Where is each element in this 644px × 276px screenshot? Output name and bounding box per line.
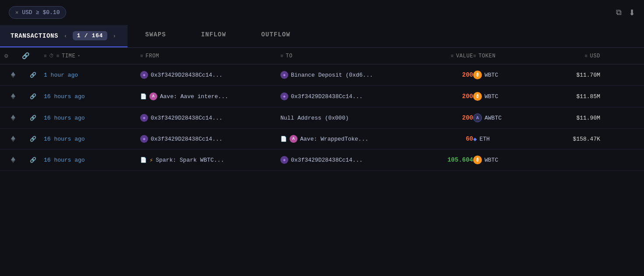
time-label: TIME <box>62 53 75 59</box>
table-row[interactable]: 🔗 16 hours ago 📄 A Aave: Aave intere... … <box>0 86 644 107</box>
link-icon[interactable]: 🔗 <box>22 157 44 163</box>
token-name: AWBTC <box>485 115 502 121</box>
from-aave-icon: A <box>149 92 157 100</box>
from-text: 0x3f3429D28438Cc14... <box>151 115 223 121</box>
to-text: Binance Deposit (0xd6... <box>291 72 373 78</box>
eth-icon <box>4 71 22 78</box>
token-icon-btc: ₿ <box>473 156 482 164</box>
time-cell: 1 hour ago <box>44 72 140 78</box>
token-name: ETH <box>479 136 489 142</box>
token-cell: A AWBTC <box>473 113 543 122</box>
filter-value: $0.10 <box>42 9 60 16</box>
from-cell: 📄 A Aave: Aave intere... <box>140 92 280 100</box>
tab-swaps[interactable]: SWAPS <box>127 25 184 47</box>
col-usd-header[interactable]: ≡ USD <box>543 53 600 59</box>
link-icon[interactable]: 🔗 <box>22 136 44 142</box>
tab-transactions[interactable]: TRANSACTIONS ‹ 1 / 164 › <box>0 25 127 47</box>
to-cell: ◈ Binance Deposit (0xd6... <box>280 71 421 79</box>
from-doc-icon: 📄 <box>140 93 147 100</box>
time-cell: 16 hours ago <box>44 115 140 121</box>
from-spark-icon: ⚡ <box>149 156 153 164</box>
eth-icon <box>4 156 22 163</box>
data-rows: 🔗 1 hour ago ◈ 0x3f3429D28438Cc14... ◈ B… <box>0 64 644 171</box>
token-icon-btc: ₿ <box>473 92 482 101</box>
value-label: VALUE <box>456 53 473 59</box>
to-text: Aave: WrappedToke... <box>300 136 368 142</box>
copy-button[interactable]: ⧉ <box>616 8 622 17</box>
filter-operator: ≥ <box>36 9 39 16</box>
table-row[interactable]: 🔗 1 hour ago ◈ 0x3f3429D28438Cc14... ◈ B… <box>0 64 644 86</box>
link-icon[interactable]: 🔗 <box>22 115 44 121</box>
col-value-header[interactable]: ≡ VALUE <box>421 53 473 59</box>
time-cell: 16 hours ago <box>44 93 140 100</box>
value-cell-green: 105.604 <box>421 156 473 163</box>
value-cell: 200 <box>421 114 473 121</box>
filter-tag[interactable]: ✕ USD ≥ $0.10 <box>9 6 66 19</box>
from-text: 0x3f3429D28438Cc14... <box>151 136 223 142</box>
column-headers: ⚙ 🔗 ≡ ⏱ ≡ TIME ▾ ≡ FROM ≡ TO ≡ VALUE ≡ T… <box>0 48 644 64</box>
table-row[interactable]: 🔗 16 hours ago ◈ 0x3f3429D28438Cc14... 📄… <box>0 129 644 149</box>
value-cell: 200 <box>421 71 473 78</box>
from-doc-icon: 📄 <box>140 157 147 163</box>
to-addr-icon: ◈ <box>280 92 288 100</box>
col-token-header[interactable]: ≡ TOKEN <box>473 53 543 59</box>
value-cell: 60 <box>421 135 473 142</box>
page-indicator: 1 / 164 <box>73 31 108 40</box>
eth-icon <box>4 93 22 100</box>
from-addr-icon: ◈ <box>140 71 148 79</box>
transactions-label: TRANSACTIONS <box>11 32 58 39</box>
time-cell: 16 hours ago <box>44 136 140 142</box>
time-sort-icon[interactable]: ▾ <box>78 53 80 58</box>
token-name: WBTC <box>485 93 498 100</box>
to-cell: ◈ 0x3f3429D28438Cc14... <box>280 156 421 164</box>
link-icon[interactable]: 🔗 <box>22 72 44 78</box>
from-text: Spark: Spark WBTC... <box>156 157 224 163</box>
value-cell: 200 <box>421 93 473 100</box>
close-icon[interactable]: ✕ <box>15 9 18 16</box>
filter-currency: USD <box>22 9 32 16</box>
to-text: 0x3f3429D28438Cc14... <box>291 157 363 163</box>
token-cell: ₿ WBTC <box>473 156 543 164</box>
to-addr-icon: ◈ <box>280 156 288 164</box>
tab-outflow[interactable]: OUTFLOW <box>244 25 308 47</box>
to-text: Null Address (0x000) <box>280 115 349 121</box>
to-cell: ◈ 0x3f3429D28438Cc14... <box>280 92 421 100</box>
tab-inflow[interactable]: INFLOW <box>184 25 244 47</box>
usd-label: USD <box>590 53 600 59</box>
download-button[interactable]: ⬇ <box>629 8 635 18</box>
col-filter-icon[interactable]: ⚙ <box>4 52 22 60</box>
to-text: 0x3f3429D28438Cc14... <box>291 93 363 100</box>
from-cell: 📄 ⚡ Spark: Spark WBTC... <box>140 156 280 164</box>
col-link-icon: 🔗 <box>22 52 44 60</box>
top-actions: ⧉ ⬇ <box>616 8 635 18</box>
token-cell: ◆ ETH <box>473 135 543 143</box>
token-icon-btc: ₿ <box>473 71 482 79</box>
to-cell: Null Address (0x000) <box>280 115 421 121</box>
from-addr-icon: ◈ <box>140 135 148 143</box>
from-label: FROM <box>145 53 159 59</box>
col-from-header[interactable]: ≡ FROM <box>140 53 280 59</box>
usd-cell: $11.90M <box>543 115 600 121</box>
table-row[interactable]: 🔗 16 hours ago 📄 ⚡ Spark: Spark WBTC... … <box>0 149 644 171</box>
from-addr-icon: ◈ <box>140 114 148 122</box>
from-text: 0x3f3429D28438Cc14... <box>151 72 223 78</box>
col-to-header[interactable]: ≡ TO <box>280 53 421 59</box>
token-name: WBTC <box>485 157 498 163</box>
from-text: Aave: Aave intere... <box>160 93 228 100</box>
token-label: TOKEN <box>478 53 495 59</box>
prev-page-button[interactable]: ‹ <box>63 32 68 40</box>
eth-icon <box>4 114 22 121</box>
token-icon-eth-symbol: ◆ <box>473 135 477 143</box>
next-page-button[interactable]: › <box>112 32 117 40</box>
to-addr-icon: ◈ <box>280 71 288 79</box>
usd-cell: $158.47K <box>543 136 600 142</box>
to-aave-icon: A <box>290 135 297 143</box>
token-cell: ₿ WBTC <box>473 92 543 101</box>
token-name: WBTC <box>485 72 498 78</box>
top-bar: ✕ USD ≥ $0.10 ⧉ ⬇ <box>0 0 644 25</box>
token-icon-awbtc: A <box>473 113 482 122</box>
col-time-header[interactable]: ≡ ⏱ ≡ TIME ▾ <box>44 53 140 59</box>
link-icon[interactable]: 🔗 <box>22 93 44 100</box>
table-row[interactable]: 🔗 16 hours ago ◈ 0x3f3429D28438Cc14... N… <box>0 107 644 129</box>
to-cell: 📄 A Aave: WrappedToke... <box>280 135 421 143</box>
